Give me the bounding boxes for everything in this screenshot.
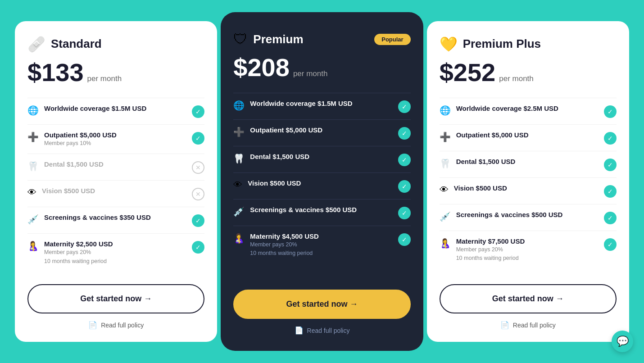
feature-icon-2: 🦷 (27, 161, 39, 172)
feature-icon-5: 🤱 (233, 233, 245, 244)
features-list-standard: 🌐Worldwide coverage $1.5M USD✓➕Outpatien… (27, 98, 204, 272)
plan-price-premium-plus: $252per month (440, 60, 617, 85)
list-item: 🤱Maternity $4,500 USDMember pays 20%10 m… (233, 226, 410, 264)
list-item: ➕Outpatient $5,000 USDMember pays 10%✓ (27, 124, 204, 154)
feature-name-5: Maternity $4,500 USD (250, 232, 319, 240)
read-policy-button-premium-plus[interactable]: 📄Read full policy (500, 321, 556, 329)
feature-icon-1: ➕ (27, 132, 39, 142)
list-item: 💉Screenings & vaccines $500 USD✓ (440, 204, 617, 231)
check-icon: ✓ (604, 105, 617, 118)
feature-icon-1: ➕ (440, 132, 451, 142)
feature-name-0: Worldwide coverage $1.5M USD (250, 100, 352, 107)
feature-icon-4: 💉 (233, 206, 245, 217)
feature-text-2: Dental $1,500 USD (250, 153, 309, 160)
feature-text-0: Worldwide coverage $1.5M USD (250, 100, 352, 107)
feature-sub-5: Member pays 20% (250, 241, 319, 249)
list-item: ➕Outpatient $5,000 USD✓ (440, 124, 617, 151)
feature-name-2: Dental $1,500 USD (456, 158, 516, 165)
document-icon: 📄 (88, 321, 97, 329)
feature-name-5: Maternity $2,500 USD (44, 240, 113, 248)
feature-left-0: 🌐Worldwide coverage $1.5M USD (27, 104, 192, 116)
plan-header-premium-plus: 💛Premium Plus (440, 36, 617, 53)
feature-left-3: 👁Vision $500 USD (233, 179, 398, 190)
feature-icon-2: 🦷 (233, 153, 245, 164)
check-icon: ✓ (192, 132, 204, 145)
list-item: 👁Vision $500 USD✓ (233, 172, 410, 199)
feature-left-1: ➕Outpatient $5,000 USD (440, 131, 604, 142)
feature-text-3: Vision $500 USD (42, 187, 95, 195)
feature-left-0: 🌐Worldwide coverage $2.5M USD (440, 104, 604, 116)
feature-left-0: 🌐Worldwide coverage $1.5M USD (233, 100, 398, 111)
feature-text-5: Maternity $7,500 USDMember pays 20%10 mo… (456, 237, 525, 263)
price-amount-premium-plus: $252 (440, 60, 496, 85)
check-icon: ✓ (398, 154, 411, 166)
check-icon: ✓ (398, 180, 411, 193)
list-item: 👁Vision $500 USD✕ (27, 180, 204, 207)
price-period-standard: per month (87, 74, 122, 83)
read-policy-button-premium[interactable]: 📄Read full policy (295, 326, 350, 335)
feature-name-5: Maternity $7,500 USD (456, 237, 525, 245)
feature-left-2: 🦷Dental $1,500 USD (27, 160, 192, 172)
plan-card-premium: 🛡PremiumPopular$208per month🌐Worldwide c… (221, 12, 423, 351)
feature-text-1: Outpatient $5,000 USD (456, 131, 529, 139)
read-policy-label-premium-plus: Read full policy (513, 322, 556, 329)
document-icon: 📄 (295, 326, 304, 335)
feature-left-2: 🦷Dental $1,500 USD (233, 153, 398, 164)
features-list-premium-plus: 🌐Worldwide coverage $2.5M USD✓➕Outpatien… (440, 98, 617, 272)
get-started-button-premium[interactable]: Get started now → (233, 290, 410, 319)
chat-bubble[interactable]: 💬 (612, 331, 633, 352)
plan-icon-premium-plus: 💛 (440, 36, 458, 53)
feature-name-4: Screenings & vaccines $350 USD (44, 213, 151, 221)
feature-name-4: Screenings & vaccines $500 USD (250, 206, 357, 213)
feature-name-0: Worldwide coverage $2.5M USD (456, 104, 558, 112)
plan-price-premium: $208per month (233, 55, 410, 80)
plan-name-standard: Standard (51, 37, 102, 51)
get-started-button-premium-plus[interactable]: Get started now → (440, 284, 617, 313)
feature-left-3: 👁Vision $500 USD (27, 187, 192, 198)
feature-name-2: Dental $1,500 USD (250, 153, 309, 160)
list-item: 🌐Worldwide coverage $1.5M USD✓ (27, 98, 204, 124)
feature-icon-4: 💉 (27, 214, 39, 225)
check-icon: ✓ (604, 132, 617, 145)
feature-icon-3: 👁 (233, 180, 242, 190)
feature-left-2: 🦷Dental $1,500 USD (440, 158, 604, 169)
plan-icon-premium: 🛡 (233, 31, 248, 48)
feature-left-5: 🤱Maternity $7,500 USDMember pays 20%10 m… (440, 237, 604, 263)
plan-name-premium-plus: Premium Plus (463, 37, 541, 51)
read-policy-label-premium: Read full policy (307, 327, 350, 334)
list-item: 🤱Maternity $2,500 USDMember pays 20%10 m… (27, 233, 204, 272)
list-item: 💉Screenings & vaccines $500 USD✓ (233, 199, 410, 226)
list-item: 🌐Worldwide coverage $1.5M USD✓ (233, 93, 410, 119)
price-period-premium: per month (293, 69, 328, 78)
feature-sub-1: Member pays 10% (44, 140, 117, 148)
check-icon: ✓ (604, 238, 617, 251)
check-icon: ✓ (398, 233, 411, 246)
feature-left-4: 💉Screenings & vaccines $350 USD (27, 213, 192, 225)
check-icon: ✓ (398, 207, 411, 219)
feature-text-4: Screenings & vaccines $500 USD (456, 211, 563, 218)
cross-icon: ✕ (192, 188, 204, 200)
plan-card-premium-plus: 💛Premium Plus$252per month🌐Worldwide cov… (427, 21, 629, 342)
read-policy-label-standard: Read full policy (101, 322, 144, 329)
feature-icon-0: 🌐 (233, 100, 245, 111)
feature-name-1: Outpatient $5,000 USD (44, 131, 117, 139)
feature-name-4: Screenings & vaccines $500 USD (456, 211, 563, 218)
get-started-button-standard[interactable]: Get started now → (27, 284, 204, 313)
plan-header-standard: 🩹Standard (27, 36, 204, 53)
list-item: 🦷Dental $1,500 USD✓ (233, 146, 410, 172)
feature-name-3: Vision $500 USD (454, 184, 507, 192)
feature-name-3: Vision $500 USD (42, 187, 95, 195)
check-icon: ✓ (398, 100, 411, 113)
feature-left-4: 💉Screenings & vaccines $500 USD (440, 211, 604, 222)
feature-left-3: 👁Vision $500 USD (440, 184, 604, 195)
plan-price-standard: $133per month (27, 60, 204, 85)
list-item: 🦷Dental $1,500 USD✓ (440, 151, 617, 177)
feature-left-4: 💉Screenings & vaccines $500 USD (233, 206, 398, 217)
feature-icon-0: 🌐 (27, 105, 39, 116)
feature-text-1: Outpatient $5,000 USD (250, 126, 322, 134)
read-policy-button-standard[interactable]: 📄Read full policy (88, 321, 144, 329)
feature-text-4: Screenings & vaccines $350 USD (44, 213, 151, 221)
list-item: 🦷Dental $1,500 USD✕ (27, 154, 204, 180)
list-item: 🌐Worldwide coverage $2.5M USD✓ (440, 98, 617, 124)
feature-text-4: Screenings & vaccines $500 USD (250, 206, 357, 213)
